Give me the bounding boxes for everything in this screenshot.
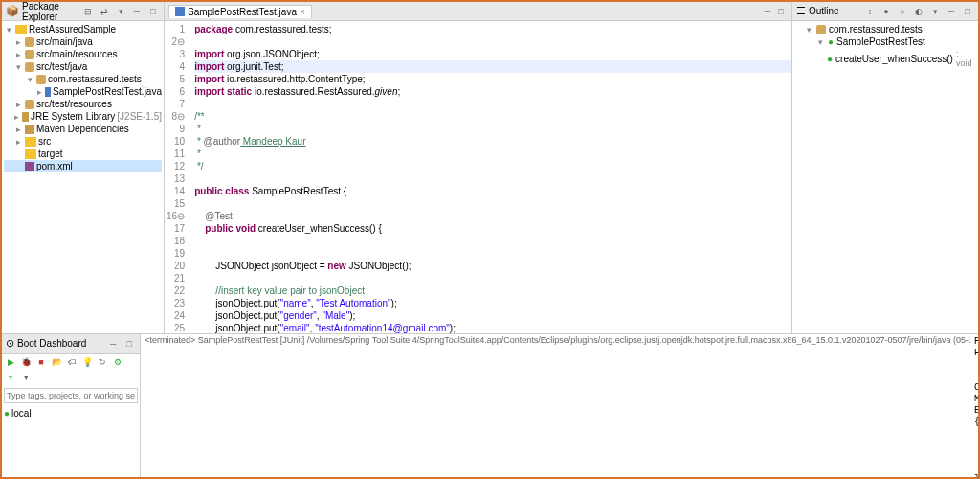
boot-search-input[interactable] [4,388,138,403]
tag-icon[interactable]: 🏷 [65,355,78,369]
outline-class[interactable]: ▾●SamplePostRestTest [794,35,976,48]
test-package[interactable]: ▾com.restassured.tests [4,73,162,85]
src-main-java[interactable]: ▸src/main/java [4,35,162,48]
src-test-java[interactable]: ▾src/test/java [4,60,162,73]
package-icon: 📦 [6,5,19,17]
line-gutter: 12⊖345678⊖910111213141516⊖17181920212223… [165,21,190,333]
boot-dashboard-title: Boot Dashboard [17,338,103,349]
package-explorer-tree[interactable]: ▾RestAssuredSample ▸src/main/java ▸src/m… [2,21,164,333]
boot-tree[interactable]: ●local [2,405,140,477]
java-file-icon [175,7,185,16]
editor-tab-label: SamplePostRestTest.java [188,7,297,17]
console-output[interactable]: Path params: <none> Headers: authorizati… [970,334,978,477]
view-menu-icon[interactable]: ▾ [114,5,127,18]
src-test-resources[interactable]: ▸src/test/resources [4,98,162,110]
open-icon[interactable]: 📂 [50,355,63,369]
outline-title: Outline [809,6,860,16]
outline-panel: ☰ Outline ↕ ● ○ ◐ ▾ ─ □ ▾com.restassured… [791,2,978,333]
sort-icon[interactable]: ↕ [863,5,877,18]
jre-library[interactable]: ▸JRE System Library [J2SE-1.5] [4,110,162,123]
outline-header: ☰ Outline ↕ ● ○ ◐ ▾ ─ □ [792,2,978,21]
outline-max-icon[interactable]: □ [961,5,974,18]
pom-xml[interactable]: pom.xml [4,160,162,172]
console-terminated-line: <terminated> SamplePostRestTest [JUnit] … [141,334,970,477]
outline-menu-icon[interactable]: ▾ [928,5,942,18]
filter1-icon[interactable]: ● [880,5,893,18]
boot-min-icon[interactable]: ─ [106,337,120,351]
boot-dashboard-panel: ⊙ Boot Dashboard ─ □ ▶ 🐞 ■ 📂 🏷 💡 ↻ ⚙ + ▾… [2,334,141,477]
target-folder[interactable]: target [4,148,162,160]
outline-package[interactable]: ▾com.restassured.tests [794,23,976,35]
boot-toolbar: ▶ 🐞 ■ 📂 🏷 💡 ↻ ⚙ + ▾ [2,354,140,386]
minimize-icon[interactable]: ─ [130,5,144,18]
editor-content[interactable]: 12⊖345678⊖910111213141516⊖17181920212223… [165,21,791,333]
boot-max-icon[interactable]: □ [122,337,136,351]
boot-icon: ⊙ [6,337,14,350]
editor-tabs: SamplePostRestTest.java × ─ □ [165,2,791,21]
boot-menu-icon[interactable]: ▾ [19,371,33,384]
editor-tab-active[interactable]: SamplePostRestTest.java × [168,5,312,18]
package-explorer-title: Package Explorer [22,2,78,22]
package-explorer-panel: 📦 Package Explorer ⊟ ⇄ ▾ ─ □ ▾RestAssure… [2,2,165,333]
bulb-icon[interactable]: 💡 [80,355,94,369]
boot-local-node[interactable]: ●local [4,407,138,420]
outline-icon: ☰ [796,5,806,17]
boot-search [4,388,138,403]
close-tab-icon[interactable]: × [300,7,305,17]
refresh-icon[interactable]: ↻ [96,355,109,369]
stop-icon[interactable]: ■ [34,355,48,369]
boot-dashboard-header: ⊙ Boot Dashboard ─ □ [2,334,140,354]
src-folder[interactable]: ▸src [4,135,162,148]
filter2-icon[interactable]: ○ [896,5,909,18]
filter-icon[interactable]: ⚙ [111,355,124,369]
package-explorer-header: 📦 Package Explorer ⊟ ⇄ ▾ ─ □ [2,2,164,21]
maximize-icon[interactable]: □ [146,5,160,18]
main-area: 📦 Package Explorer ⊟ ⇄ ▾ ─ □ ▾RestAssure… [2,2,978,333]
bottom-area: ⊙ Boot Dashboard ─ □ ▶ 🐞 ■ 📂 🏷 💡 ↻ ⚙ + ▾… [2,333,978,477]
project-node[interactable]: ▾RestAssuredSample [4,23,162,35]
collapse-all-icon[interactable]: ⊟ [81,5,95,18]
editor-area: SamplePostRestTest.java × ─ □ 12⊖345678⊖… [165,2,791,333]
debug-icon[interactable]: 🐞 [19,355,33,369]
editor-min-icon[interactable]: ─ [761,5,774,18]
outline-tree[interactable]: ▾com.restassured.tests ▾●SamplePostRestT… [792,21,978,71]
src-main-resources[interactable]: ▸src/main/resources [4,48,162,60]
code-area[interactable]: package com.restassured.tests; import or… [190,21,791,333]
test-class-file[interactable]: ▸SamplePostRestTest.java [4,85,162,98]
link-editor-icon[interactable]: ⇄ [98,5,111,18]
outline-min-icon[interactable]: ─ [945,5,958,18]
outline-method[interactable]: ●createUser_whenSuccess(): void [794,48,976,69]
editor-max-icon[interactable]: □ [774,5,788,18]
filter3-icon[interactable]: ◐ [912,5,925,18]
add-icon[interactable]: + [4,371,17,384]
start-icon[interactable]: ▶ [4,355,17,369]
maven-deps[interactable]: ▸Maven Dependencies [4,123,162,135]
